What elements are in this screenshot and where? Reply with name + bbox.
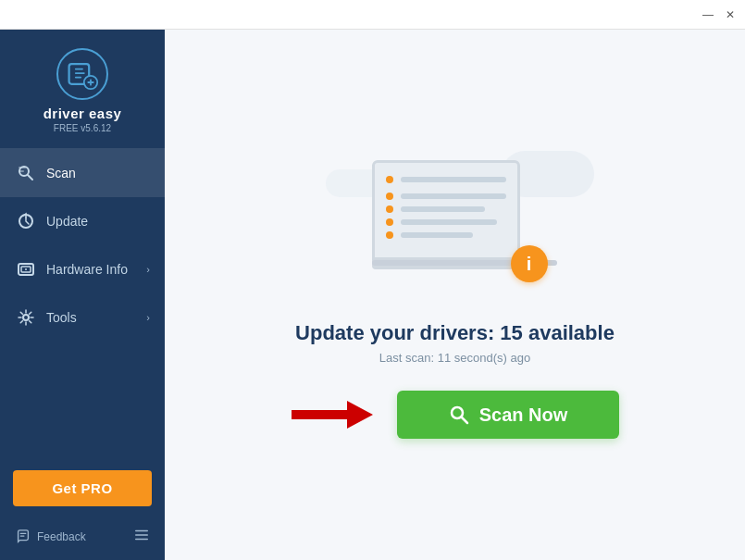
tools-label: Tools bbox=[46, 310, 146, 325]
svg-rect-4 bbox=[19, 167, 26, 168]
feedback-label: Feedback bbox=[37, 530, 86, 543]
sidebar-bottom: Feedback bbox=[0, 517, 165, 560]
scan-label: Scan bbox=[46, 166, 150, 180]
sidebar-item-tools[interactable]: Tools › bbox=[0, 293, 165, 342]
hardware-icon bbox=[15, 258, 37, 280]
main-layout: driver easy FREE v5.6.12 Scan bbox=[0, 30, 745, 560]
main-content: i Update your drivers: 15 available Last… bbox=[165, 30, 745, 560]
tools-arrow: › bbox=[146, 312, 150, 323]
minimize-button[interactable]: — bbox=[701, 7, 715, 22]
menu-icon[interactable] bbox=[133, 527, 150, 547]
logo-icon bbox=[56, 48, 108, 100]
hardware-info-arrow: › bbox=[146, 264, 150, 275]
logo-title: driver easy bbox=[43, 106, 122, 121]
app-window: — ✕ driver easy FREE v5.6.12 bbox=[0, 0, 745, 560]
feedback-button[interactable]: Feedback bbox=[15, 529, 86, 545]
info-badge: i bbox=[511, 245, 548, 282]
update-subtitle: Last scan: 11 second(s) ago bbox=[379, 351, 530, 365]
logo-subtitle: FREE v5.6.12 bbox=[54, 123, 111, 133]
sidebar-logo: driver easy FREE v5.6.12 bbox=[0, 30, 165, 149]
scan-area: Scan Now bbox=[292, 391, 619, 439]
svg-marker-16 bbox=[292, 401, 373, 429]
update-title: Update your drivers: 15 available bbox=[295, 321, 615, 345]
sidebar-item-update[interactable]: Update bbox=[0, 197, 165, 245]
svg-line-3 bbox=[28, 175, 32, 180]
svg-line-18 bbox=[461, 417, 467, 424]
window-controls: — ✕ bbox=[701, 7, 738, 22]
sidebar-item-hardware-info[interactable]: Hardware Info › bbox=[0, 245, 165, 293]
svg-rect-5 bbox=[19, 170, 24, 172]
close-button[interactable]: ✕ bbox=[723, 7, 738, 22]
arrow-indicator bbox=[292, 392, 375, 438]
illustration: i bbox=[344, 151, 566, 299]
svg-point-9 bbox=[25, 268, 27, 270]
hardware-info-label: Hardware Info bbox=[46, 262, 146, 277]
update-icon bbox=[15, 210, 37, 232]
svg-point-10 bbox=[23, 315, 29, 320]
sidebar: driver easy FREE v5.6.12 Scan bbox=[0, 30, 165, 560]
title-bar: — ✕ bbox=[0, 0, 745, 30]
sidebar-item-scan[interactable]: Scan bbox=[0, 149, 165, 197]
get-pro-button[interactable]: Get PRO bbox=[13, 470, 152, 506]
scan-icon bbox=[15, 162, 37, 184]
scan-now-label: Scan Now bbox=[479, 404, 568, 426]
search-icon bbox=[448, 404, 470, 426]
laptop-screen bbox=[372, 160, 520, 260]
tools-icon bbox=[15, 306, 37, 329]
scan-now-button[interactable]: Scan Now bbox=[397, 391, 619, 439]
update-label: Update bbox=[46, 214, 150, 229]
